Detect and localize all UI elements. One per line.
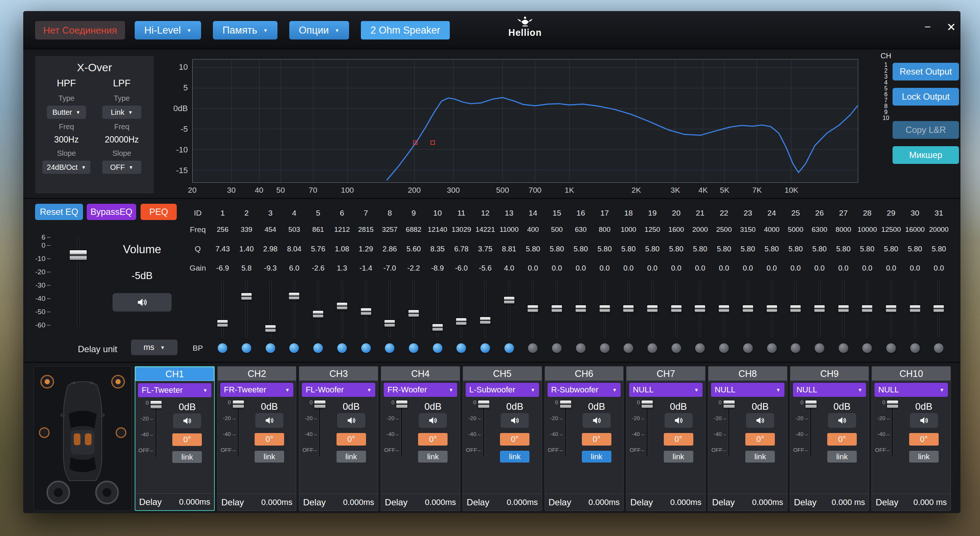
band-bypass-toggle[interactable]	[600, 343, 609, 353]
channel-level-fader[interactable]: 0-20-40OFF	[384, 400, 408, 476]
channel-level-fader[interactable]: 0-20-40OFF	[630, 400, 653, 476]
fader-thumb[interactable]	[560, 400, 571, 408]
fader-thumb[interactable]	[719, 305, 729, 312]
channel-header[interactable]: CH5	[463, 367, 542, 381]
band-gain-fader[interactable]	[282, 278, 306, 340]
fader-thumb[interactable]	[767, 305, 777, 312]
channel-link-button[interactable]: link	[664, 451, 693, 463]
channel-mute-button[interactable]	[501, 413, 529, 428]
reset-eq-button[interactable]: Reset EQ	[35, 204, 83, 220]
band-gain-fader[interactable]	[497, 278, 521, 340]
graph-channel-1[interactable]: 1	[878, 62, 893, 68]
fader-thumb[interactable]	[337, 303, 347, 309]
fader-thumb[interactable]	[314, 400, 325, 408]
band-gain-fader[interactable]	[808, 278, 832, 340]
fader-thumb[interactable]	[480, 317, 490, 324]
fader-thumb[interactable]	[623, 305, 633, 312]
band-bypass-toggle[interactable]	[289, 343, 299, 353]
fader-thumb[interactable]	[504, 297, 514, 303]
channel-phase-button[interactable]: 0°	[337, 433, 366, 445]
fader-thumb[interactable]	[743, 305, 753, 312]
fader-track[interactable]	[237, 401, 239, 457]
channel-link-button[interactable]: link	[909, 451, 939, 463]
channel-strip-ch1[interactable]: CH1 FL-Tweeter ▼ 0-20-40OFF 0dB 0° link …	[135, 366, 215, 511]
channel-link-button[interactable]: link	[745, 451, 775, 463]
channel-level-fader[interactable]: 0-20-40OFF	[711, 400, 735, 476]
band-gain-fader[interactable]	[330, 278, 354, 340]
channel-source-dropdown[interactable]: NULL ▼	[629, 383, 703, 397]
fader-thumb[interactable]	[313, 311, 323, 317]
band-bypass-toggle[interactable]	[409, 343, 418, 353]
channel-source-dropdown[interactable]: FL-Tweeter ▼	[138, 383, 212, 397]
menu-button-hi-level[interactable]: Hi-Level▼	[135, 21, 201, 40]
channel-source-dropdown[interactable]: FR-Tweeter ▼	[220, 383, 294, 397]
graph-channel-8[interactable]: 8	[878, 104, 893, 109]
channel-source-dropdown[interactable]: NULL ▼	[711, 383, 784, 397]
fader-thumb[interactable]	[695, 305, 705, 312]
graph-channel-4[interactable]: 4	[878, 80, 893, 86]
channel-level-fader[interactable]: 0-20-40OFF	[793, 400, 817, 476]
channel-strip-ch7[interactable]: CH7 NULL ▼ 0-20-40OFF 0dB 0° link Delay …	[626, 366, 705, 511]
fader-thumb[interactable]	[790, 305, 801, 312]
fader-thumb[interactable]	[576, 305, 586, 312]
fader-thumb[interactable]	[838, 305, 849, 312]
fader-thumb[interactable]	[805, 400, 816, 408]
lpf-type-dropdown[interactable]: Link ▼	[102, 105, 141, 119]
band-gain-fader[interactable]	[354, 278, 378, 340]
channel-mute-button[interactable]	[173, 413, 201, 428]
fader-track[interactable]	[891, 401, 893, 457]
band-bypass-toggle[interactable]	[528, 343, 538, 353]
fader-track[interactable]	[293, 280, 295, 337]
channel-strip-ch2[interactable]: CH2 FR-Tweeter ▼ 0-20-40OFF 0dB 0° link …	[217, 366, 297, 511]
hpf-freq-value[interactable]: 300Hz	[54, 135, 79, 145]
channel-strip-ch10[interactable]: CH10 NULL ▼ 0-20-40OFF 0dB 0° link Delay…	[872, 366, 951, 511]
band-bypass-toggle[interactable]	[433, 343, 442, 353]
fader-thumb[interactable]	[887, 400, 898, 408]
graph-channel-6[interactable]: 6	[878, 91, 893, 97]
band-gain-fader[interactable]	[617, 278, 641, 340]
band-bypass-toggle[interactable]	[504, 343, 514, 353]
band-bypass-toggle[interactable]	[695, 343, 705, 353]
channel-phase-button[interactable]: 0°	[909, 433, 939, 445]
fader-thumb[interactable]	[600, 305, 610, 312]
channel-phase-button[interactable]: 0°	[418, 433, 447, 445]
band-bypass-toggle[interactable]	[313, 343, 323, 353]
graph-channel-3[interactable]: 3	[878, 74, 893, 80]
fader-thumb[interactable]	[528, 305, 538, 312]
channel-header[interactable]: CH6	[545, 367, 624, 381]
fader-track[interactable]	[565, 401, 566, 457]
fader-track[interactable]	[484, 280, 486, 337]
channel-phase-button[interactable]: 0°	[255, 433, 284, 445]
fader-thumb[interactable]	[361, 308, 371, 315]
band-gain-fader[interactable]	[927, 278, 951, 340]
channel-level-fader[interactable]: 0-20-40OFF	[548, 400, 571, 476]
channel-phase-button[interactable]: 0°	[827, 433, 857, 445]
channel-source-dropdown[interactable]: L-Subwoofer ▼	[466, 383, 539, 397]
channel-phase-button[interactable]: 0°	[500, 433, 530, 445]
band-gain-fader[interactable]	[425, 278, 449, 340]
fader-thumb[interactable]	[815, 305, 825, 312]
band-bypass-toggle[interactable]	[886, 343, 896, 353]
band-bypass-toggle[interactable]	[815, 343, 824, 353]
band-bypass-toggle[interactable]	[648, 343, 657, 353]
channel-phase-button[interactable]: 0°	[582, 433, 611, 445]
master-mute-button[interactable]	[113, 293, 172, 311]
band-bypass-toggle[interactable]	[457, 343, 466, 353]
band-bypass-toggle[interactable]	[552, 343, 562, 353]
channel-link-button[interactable]: link	[582, 451, 611, 463]
delay-unit-dropdown[interactable]: ms ▼	[131, 340, 178, 355]
minimize-button[interactable]: −	[919, 18, 936, 35]
channel-link-button[interactable]: link	[827, 451, 857, 463]
channel-mute-button[interactable]	[337, 413, 365, 428]
band-bypass-toggle[interactable]	[791, 343, 800, 353]
band-gain-fader[interactable]	[855, 278, 879, 340]
band-bypass-toggle[interactable]	[624, 343, 633, 353]
band-gain-fader[interactable]	[449, 278, 473, 340]
hpf-type-dropdown[interactable]: Butter ▼	[47, 105, 86, 119]
channel-source-dropdown[interactable]: NULL ▼	[875, 383, 948, 397]
channel-link-button[interactable]: link	[500, 451, 530, 463]
fader-thumb[interactable]	[151, 401, 162, 408]
band-gain-fader[interactable]	[235, 278, 259, 340]
band-bypass-toggle[interactable]	[385, 343, 395, 353]
channel-mute-button[interactable]	[828, 413, 856, 428]
